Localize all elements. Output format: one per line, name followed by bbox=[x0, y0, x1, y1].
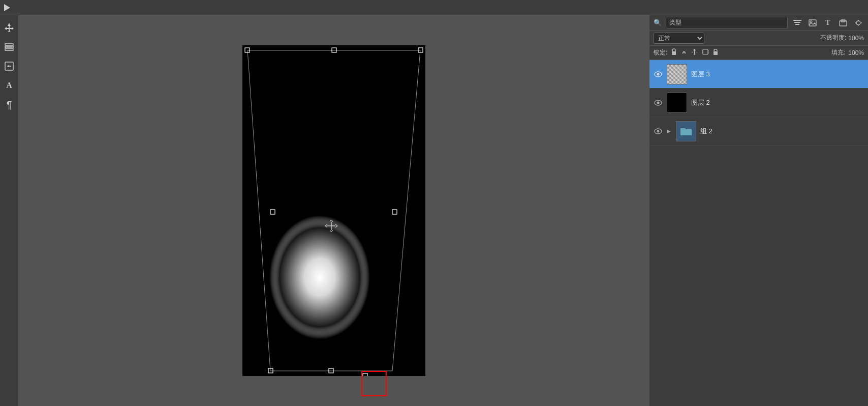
lock-all-btn[interactable] bbox=[712, 48, 719, 57]
canvas-wrapper bbox=[242, 45, 425, 376]
eye-icon-group2[interactable] bbox=[654, 128, 663, 135]
group2-name: 组 2 bbox=[700, 127, 864, 136]
play-button[interactable] bbox=[4, 4, 10, 11]
fill-label-group: 填充: 100% bbox=[831, 48, 864, 57]
svg-rect-3 bbox=[5, 49, 13, 50]
svg-rect-51 bbox=[714, 51, 718, 55]
right-panel: 🔍 类型 T bbox=[649, 15, 868, 406]
layer-item-layer3[interactable]: 图层 3 bbox=[649, 60, 868, 89]
image-icon-btn[interactable] bbox=[807, 17, 818, 28]
move-tool[interactable] bbox=[1, 19, 17, 36]
fill-text: 填充: bbox=[831, 48, 845, 57]
svg-marker-45 bbox=[692, 49, 698, 55]
svg-rect-2 bbox=[5, 46, 13, 48]
group2-thumbnail bbox=[676, 121, 696, 141]
layer-search-box[interactable]: 类型 bbox=[666, 17, 788, 28]
blend-mode-row: 正常 不透明度: 100% bbox=[649, 31, 868, 46]
eye-icon-layer3[interactable] bbox=[654, 71, 663, 78]
layer3-name: 图层 3 bbox=[691, 70, 864, 79]
search-type-label: 类型 bbox=[669, 18, 681, 27]
eye-icon-layer2[interactable] bbox=[654, 99, 663, 106]
filter-icon-btn[interactable] bbox=[792, 17, 803, 28]
svg-point-55 bbox=[657, 101, 660, 104]
svg-rect-34 bbox=[795, 24, 799, 25]
svg-point-53 bbox=[657, 73, 660, 75]
svg-rect-33 bbox=[794, 22, 800, 23]
type-tool[interactable]: A bbox=[1, 77, 17, 94]
svg-point-9 bbox=[260, 188, 392, 351]
lock-row: 锁定: bbox=[649, 46, 868, 60]
layer-item-layer2[interactable]: 图层 2 bbox=[649, 89, 868, 117]
opacity-value: 100% bbox=[848, 35, 864, 42]
svg-marker-0 bbox=[5, 23, 14, 32]
layer-item-group2[interactable]: ▶ 组 2 bbox=[649, 117, 868, 146]
expand-arrow-group2[interactable]: ▶ bbox=[667, 128, 671, 134]
svg-rect-46 bbox=[703, 49, 708, 54]
lock-position-btn[interactable] bbox=[670, 48, 677, 57]
type-icon-btn[interactable]: T bbox=[822, 17, 833, 28]
fill-value: 100% bbox=[848, 49, 864, 56]
svg-marker-6 bbox=[10, 65, 11, 67]
lock-paint-btn[interactable] bbox=[680, 48, 688, 57]
lock-move-btn[interactable] bbox=[691, 48, 699, 57]
search-icon: 🔍 bbox=[654, 19, 662, 26]
blend-mode-select[interactable]: 正常 bbox=[654, 33, 704, 44]
svg-marker-7 bbox=[7, 65, 9, 67]
canvas-area bbox=[18, 15, 649, 406]
layer2-thumbnail bbox=[667, 93, 687, 113]
layer2-name: 图层 2 bbox=[691, 98, 864, 107]
opacity-label-text: 不透明度: bbox=[820, 34, 846, 42]
layers-list: 图层 3 图层 2 bbox=[649, 60, 868, 406]
left-toolbar: A ¶ bbox=[0, 15, 18, 406]
svg-rect-35 bbox=[809, 20, 816, 26]
adjustment-icon-btn[interactable] bbox=[853, 17, 864, 28]
layers-header: 🔍 类型 T bbox=[649, 15, 868, 31]
canvas-svg bbox=[242, 45, 425, 376]
gradient-tool[interactable] bbox=[1, 58, 17, 74]
shape-icon-btn[interactable] bbox=[838, 17, 849, 28]
lock-label: 锁定: bbox=[654, 48, 667, 57]
svg-rect-1 bbox=[5, 44, 13, 45]
layers-tool[interactable] bbox=[1, 39, 17, 55]
svg-point-57 bbox=[657, 130, 660, 132]
svg-rect-32 bbox=[793, 20, 801, 21]
lock-artboard-btn[interactable] bbox=[702, 48, 709, 57]
layer3-thumbnail bbox=[667, 64, 687, 84]
svg-point-39 bbox=[856, 21, 860, 25]
paragraph-tool[interactable]: ¶ bbox=[1, 97, 17, 113]
svg-rect-44 bbox=[672, 51, 676, 55]
